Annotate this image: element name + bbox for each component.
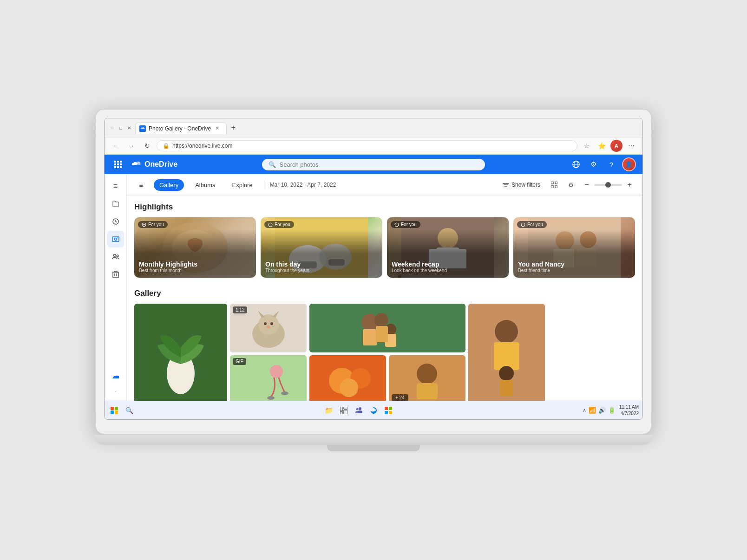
- forward-button[interactable]: →: [125, 139, 138, 152]
- svg-rect-67: [500, 380, 513, 396]
- volume-icon[interactable]: 🔊: [598, 407, 606, 414]
- gallery-item-dad-kid[interactable]: [468, 304, 545, 401]
- close-button[interactable]: ✕: [126, 124, 132, 131]
- gallery-item-rollersk[interactable]: GIF: [230, 355, 307, 401]
- new-tab-button[interactable]: +: [227, 121, 240, 134]
- system-tray-icons: ∧ 📶 🔊 🔋: [583, 407, 616, 414]
- onedrive-main: ≡: [105, 174, 642, 401]
- tab-title: Photo Gallery - OneDrive: [149, 125, 211, 132]
- sidebar-item-upgrade[interactable]: [107, 370, 124, 386]
- svg-point-71: [281, 391, 288, 395]
- view-grid-button[interactable]: [548, 178, 561, 191]
- taskbar-app-files[interactable]: 📁: [322, 404, 335, 417]
- minimize-button[interactable]: ─: [109, 124, 116, 131]
- taskbar-apps: 📁: [138, 404, 580, 417]
- battery-icon[interactable]: 🔋: [608, 407, 616, 414]
- refresh-button[interactable]: ↻: [141, 139, 154, 152]
- highlight-card-monthly[interactable]: For you Monthly Highlights Best from thi…: [134, 217, 256, 278]
- svg-rect-89: [389, 411, 392, 414]
- back-button[interactable]: ←: [109, 139, 122, 152]
- onedrive-logo: OneDrive: [131, 160, 177, 169]
- gallery-item-laughing[interactable]: + 24: [389, 355, 465, 401]
- highlight-card-onthisday[interactable]: For you On this day Throughout the years: [261, 217, 382, 278]
- taskbar-app-teams[interactable]: [352, 404, 365, 417]
- svg-point-70: [267, 396, 275, 400]
- chevron-icon[interactable]: ∧: [583, 407, 586, 413]
- svg-point-41: [395, 223, 399, 227]
- tab-explore[interactable]: Explore: [227, 179, 258, 191]
- sidebar-item-files[interactable]: [107, 195, 124, 212]
- taskbar-app-store[interactable]: [382, 404, 395, 417]
- svg-point-85: [356, 408, 359, 410]
- start-button[interactable]: [108, 404, 120, 417]
- taskbar-datetime[interactable]: 11:11 AM 4/7/2022: [619, 404, 639, 417]
- svg-rect-86: [385, 407, 388, 410]
- gallery-item-flowers[interactable]: [309, 355, 386, 401]
- wifi-icon[interactable]: 📶: [589, 407, 596, 414]
- more-button[interactable]: ⋯: [625, 139, 638, 152]
- user-avatar[interactable]: 👤: [622, 157, 636, 171]
- gallery-grid: 1:12: [134, 304, 635, 401]
- profile-button[interactable]: A: [610, 139, 623, 152]
- search-bar[interactable]: 🔍: [262, 159, 485, 170]
- svg-rect-4: [117, 163, 119, 165]
- svg-point-54: [270, 322, 273, 325]
- zoom-in-button[interactable]: +: [624, 179, 635, 190]
- collections-icon[interactable]: ⭐: [595, 139, 608, 152]
- svg-point-52: [258, 314, 279, 335]
- highlight-card-weekend[interactable]: For you Weekend recap Look back on the w…: [387, 217, 509, 278]
- network-button[interactable]: [569, 157, 583, 171]
- browser-actions: ☆ ⭐ A ⋯: [580, 139, 638, 152]
- help-button[interactable]: ?: [604, 157, 618, 171]
- svg-rect-82: [344, 410, 347, 414]
- address-bar[interactable]: 🔒 https://onedrive.live.com: [157, 140, 577, 151]
- active-tab[interactable]: Photo Gallery - OneDrive ✕: [135, 122, 227, 134]
- tab-favicon: [139, 125, 146, 132]
- apps-grid-button[interactable]: [111, 157, 125, 171]
- sidebar-item-hamburger[interactable]: ≡: [107, 178, 124, 195]
- settings-button[interactable]: ⚙: [587, 157, 601, 171]
- tab-gallery[interactable]: Gallery: [154, 179, 184, 191]
- laptop-base: [94, 435, 653, 445]
- onedrive-header: OneDrive 🔍: [105, 155, 642, 174]
- sidebar-item-photos[interactable]: [107, 231, 124, 247]
- toolbar-right: Show filters: [499, 178, 635, 191]
- taskbar-app-edge[interactable]: [367, 404, 380, 417]
- url-text: https://onedrive.live.com: [172, 143, 232, 149]
- highlight-text-weekend: Weekend recap Look back on the weekend: [392, 260, 447, 273]
- highlight-card-nancy[interactable]: For you You and Nancy Best friend time: [513, 217, 635, 278]
- laptop-screen: ─ □ ✕ Photo Gallery - OneDrive: [104, 118, 643, 420]
- sidebar-item-shared[interactable]: [107, 248, 124, 265]
- show-filters-button[interactable]: Show filters: [499, 180, 544, 190]
- svg-rect-7: [117, 166, 119, 168]
- favorites-icon[interactable]: ☆: [580, 139, 593, 152]
- zoom-slider[interactable]: [594, 184, 622, 186]
- taskbar-app-taskview[interactable]: [337, 404, 350, 417]
- browser-addressbar: ← → ↻ 🔒 https://onedrive.live.com ☆ ⭐ A …: [105, 137, 642, 155]
- svg-rect-1: [117, 161, 119, 163]
- laptop-foot: [327, 445, 420, 451]
- tab-albums[interactable]: Albums: [190, 179, 221, 191]
- sidebar-item-recent[interactable]: [107, 213, 124, 230]
- show-filters-label: Show filters: [511, 182, 540, 188]
- gallery-item-plant[interactable]: [134, 304, 227, 401]
- laptop-shell: ─ □ ✕ Photo Gallery - OneDrive: [95, 109, 652, 451]
- content-hamburger[interactable]: ≡: [134, 178, 148, 192]
- for-you-badge-nancy: For you: [517, 221, 547, 228]
- settings-view-button[interactable]: ⚙: [564, 178, 577, 191]
- gallery-item-family[interactable]: [309, 304, 465, 352]
- zoom-thumb: [605, 182, 611, 188]
- maximize-button[interactable]: □: [118, 124, 124, 131]
- search-input[interactable]: [280, 161, 478, 168]
- sidebar-item-trash[interactable]: [107, 266, 124, 283]
- svg-point-75: [340, 378, 358, 397]
- zoom-control: − +: [581, 179, 635, 190]
- tab-close-button[interactable]: ✕: [214, 125, 221, 132]
- gallery-item-cat[interactable]: 1:12: [230, 304, 307, 352]
- taskbar-search-button[interactable]: 🔍: [123, 404, 135, 417]
- gallery-count-laughing: + 24: [392, 394, 408, 401]
- for-you-badge-onthisday: For you: [264, 221, 294, 228]
- zoom-out-button[interactable]: −: [581, 179, 592, 190]
- for-you-badge-weekend: For you: [391, 221, 420, 228]
- svg-rect-18: [113, 272, 118, 278]
